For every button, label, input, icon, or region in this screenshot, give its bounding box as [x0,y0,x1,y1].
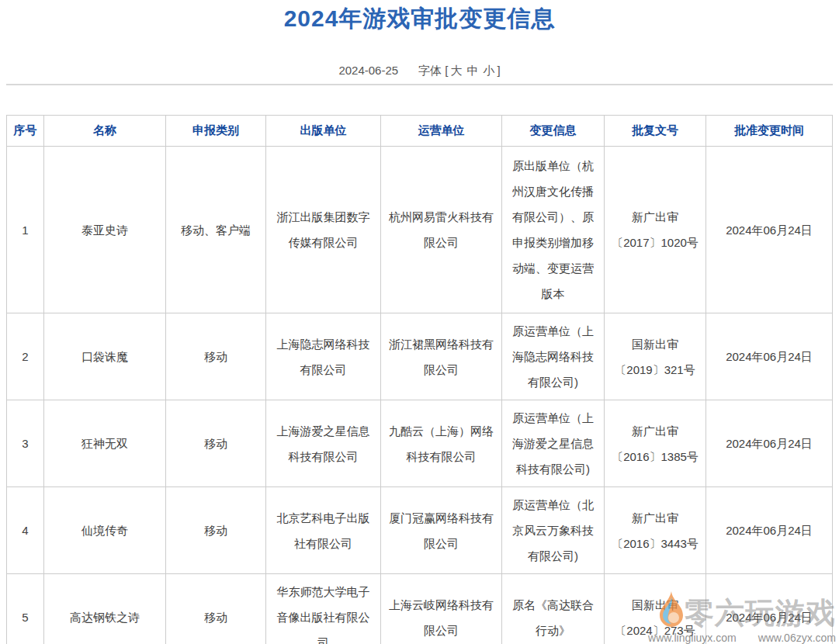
cell-serial: 1 [7,147,44,313]
table-row: 3 狂神无双 移动 上海游爱之星信息科技有限公司 九酷云（上海）网络科技有限公司… [7,400,833,487]
cell-game-name: 仙境传奇 [44,487,166,574]
cell-game-name: 泰亚史诗 [44,147,166,313]
cell-serial: 5 [7,574,44,644]
font-size-small-link[interactable]: 小 [483,64,494,77]
cell-operator: 九酷云（上海）网络科技有限公司 [381,400,502,487]
header-operator: 运营单位 [381,116,502,147]
cell-operator: 浙江裙黑网络科技有限公司 [381,313,502,400]
table-row: 4 仙境传奇 移动 北京艺科电子出版社有限公司 厦门冠赢网络科技有限公司 原运营… [7,487,833,574]
table-header-row: 序号 名称 申报类别 出版单位 运营单位 变更信息 批复文号 批准变更时间 [7,116,833,147]
cell-change-info: 原名《高达联合行动》 [502,574,605,644]
cell-category: 移动 [166,400,266,487]
cell-doc-number: 新广出审〔2017〕1020号 [605,147,706,313]
cell-doc-number: 国新出审〔2019〕321号 [605,313,706,400]
cell-category: 移动 [166,313,266,400]
cell-operator: 上海云岐网络科技有限公司 [381,574,502,644]
header-category: 申报类别 [166,116,266,147]
cell-serial: 2 [7,313,44,400]
cell-operator: 厦门冠赢网络科技有限公司 [381,487,502,574]
page-title: 2024年游戏审批变更信息 [0,3,839,35]
header-serial: 序号 [7,116,44,147]
table-row: 1 泰亚史诗 移动、客户端 浙江出版集团数字传媒有限公司 杭州网易雷火科技有限公… [7,147,833,313]
cell-approve-date: 2024年06月24日 [706,574,833,644]
font-size-medium-link[interactable]: 中 [466,64,478,77]
header-name: 名称 [44,116,166,147]
cell-serial: 4 [7,487,44,574]
cell-change-info: 原运营单位（上海游爱之星信息科技有限公司) [502,400,605,487]
font-size-large-link[interactable]: 大 [450,64,462,77]
cell-change-info: 原出版单位（杭州汉唐文化传播有限公司）、原申报类别增加移动端、变更运营版本 [502,147,605,313]
cell-operator: 杭州网易雷火科技有限公司 [381,147,502,313]
cell-publisher: 浙江出版集团数字传媒有限公司 [266,147,381,313]
cell-game-name: 高达钢铁之诗 [44,574,166,644]
meta-line: 2024-06-25字体 [大中小] [0,64,839,78]
font-size-selector: 字体 [大中小] [418,64,501,77]
cell-publisher: 北京艺科电子出版社有限公司 [266,487,381,574]
header-divider [6,84,833,85]
cell-change-info: 原运营单位（北京风云万象科技有限公司) [502,487,605,574]
cell-approve-date: 2024年06月24日 [706,400,833,487]
cell-approve-date: 2024年06月24日 [706,487,833,574]
cell-publisher: 上海游爱之星信息科技有限公司 [266,400,381,487]
publish-date: 2024-06-25 [338,64,398,77]
cell-change-info: 原运营单位（上海隐志网络科技有限公司) [502,313,605,400]
font-label: 字体 [418,64,442,77]
cell-publisher: 华东师范大学电子音像出版社有限公司 [266,574,381,644]
bracket-close: ] [497,64,500,77]
cell-serial: 3 [7,400,44,487]
bracket-open: [ [445,64,448,77]
cell-publisher: 上海隐志网络科技有限公司 [266,313,381,400]
cell-game-name: 狂神无双 [44,400,166,487]
cell-approve-date: 2024年06月24日 [706,147,833,313]
cell-category: 移动 [166,487,266,574]
header-change-info: 变更信息 [502,116,605,147]
cell-doc-number: 国新出审〔2024〕273号 [605,574,706,644]
header-doc-number: 批复文号 [605,116,706,147]
table-row: 2 口袋诛魔 移动 上海隐志网络科技有限公司 浙江裙黑网络科技有限公司 原运营单… [7,313,833,400]
header-approve-date: 批准变更时间 [706,116,833,147]
table-row: 5 高达钢铁之诗 移动 华东师范大学电子音像出版社有限公司 上海云岐网络科技有限… [7,574,833,644]
cell-category: 移动、客户端 [166,147,266,313]
cell-doc-number: 新广出审〔2016〕3443号 [605,487,706,574]
cell-game-name: 口袋诛魔 [44,313,166,400]
cell-doc-number: 新广出审〔2016〕1385号 [605,400,706,487]
cell-approve-date: 2024年06月24日 [706,313,833,400]
cell-category: 移动 [166,574,266,644]
header-publisher: 出版单位 [266,116,381,147]
approval-change-table: 序号 名称 申报类别 出版单位 运营单位 变更信息 批复文号 批准变更时间 1 … [6,115,833,644]
